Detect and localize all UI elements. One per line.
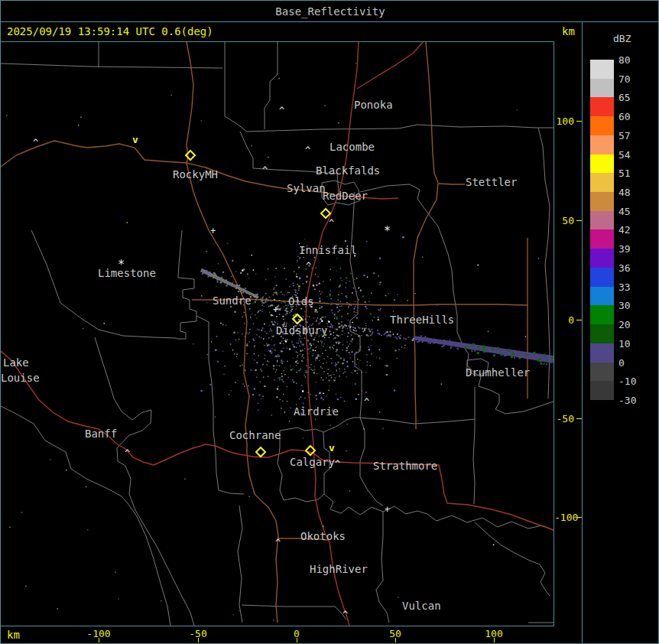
clutter-dot <box>274 324 274 325</box>
clutter-dot <box>316 285 317 286</box>
clutter-dot <box>286 323 287 324</box>
clutter-dot <box>277 361 278 362</box>
clutter-dot <box>352 361 353 362</box>
echo-streak-northwest-speckle <box>202 273 203 275</box>
city-label: RockyMH <box>173 168 218 181</box>
city-label: HighRiver <box>310 563 368 575</box>
clutter-dot <box>308 345 309 346</box>
clutter-dot <box>342 330 343 332</box>
clutter-dot <box>266 301 267 301</box>
clutter-dot <box>291 369 291 370</box>
clutter-dot <box>331 363 332 363</box>
clutter-dot <box>287 386 287 387</box>
radar-map[interactable]: PonokaLacombeBlackfaldsSylvanRedDeerStet… <box>1 42 553 626</box>
echo-streak-east-speckle <box>475 345 476 346</box>
clutter-dot <box>296 343 297 343</box>
clutter-dot <box>273 294 274 295</box>
clutter-dot <box>80 116 82 118</box>
clutter-dot <box>238 333 239 333</box>
clutter-dot <box>320 294 321 294</box>
echo-streak-east-speckle <box>511 352 514 354</box>
clutter-dot <box>388 293 389 294</box>
clutter-dot <box>330 375 331 376</box>
clutter-dot <box>348 307 349 307</box>
clutter-dot <box>323 399 323 400</box>
title-bar: Base_Reflectivity <box>1 1 659 21</box>
clutter-dot <box>367 365 368 366</box>
clutter-dot <box>253 269 254 270</box>
echo-streak-east-speckle <box>443 345 445 346</box>
clutter-dot <box>285 314 286 315</box>
bottom-axis-unit: km <box>7 629 20 641</box>
clutter-dot <box>344 369 345 369</box>
clutter-dot <box>293 358 294 359</box>
clutter-dot <box>271 330 272 331</box>
clutter-dot <box>285 340 287 342</box>
clutter-dot <box>287 292 288 293</box>
echo-streak-east-speckle <box>449 340 450 342</box>
clutter-dot <box>278 78 280 80</box>
clutter-dot <box>243 268 245 270</box>
right-axis-tick-mark <box>576 320 582 320</box>
clutter-dot <box>253 324 254 324</box>
clutter-dot <box>404 347 404 348</box>
clutter-dot <box>57 608 58 610</box>
clutter-dot <box>330 291 331 291</box>
clutter-dot <box>313 366 314 367</box>
echo-streak-northwest-speckle <box>286 311 287 312</box>
clutter-dot <box>252 314 252 314</box>
clutter-dot <box>296 346 297 347</box>
clutter-dot <box>320 366 321 367</box>
clutter-dot <box>252 394 254 395</box>
clutter-dot <box>229 394 229 395</box>
clutter-dot <box>246 353 247 354</box>
clutter-dot <box>232 614 234 616</box>
legend-title: dBZ <box>613 33 631 44</box>
clutter-dot <box>230 343 231 344</box>
clutter-dot <box>312 355 313 356</box>
clutter-dot <box>336 307 338 308</box>
clutter-dot <box>262 327 263 328</box>
echo-streak-east-speckle <box>364 328 365 330</box>
clutter-dot <box>271 321 273 323</box>
clutter-dot <box>265 358 265 359</box>
clutter-dot <box>323 525 324 527</box>
clutter-dot <box>315 274 316 275</box>
echo-streak-east-speckle <box>543 354 545 356</box>
clutter-dot <box>235 340 236 340</box>
clutter-dot <box>323 346 323 346</box>
echo-streak-east-speckle <box>469 346 471 348</box>
clutter-dot <box>342 334 342 335</box>
clutter-dot <box>342 350 342 350</box>
echo-streak-northwest-speckle <box>255 299 257 301</box>
clutter-dot <box>404 345 405 346</box>
clutter-dot <box>309 316 310 317</box>
clutter-dot <box>297 360 297 361</box>
clutter-dot <box>247 343 248 344</box>
clutter-dot <box>248 496 250 497</box>
clutter-dot <box>338 355 339 356</box>
city-label: Banff <box>85 428 117 440</box>
clutter-dot <box>217 361 219 363</box>
clutter-dot <box>327 356 328 357</box>
clutter-dot <box>291 309 292 310</box>
clutter-dot <box>316 346 317 347</box>
clutter-dot <box>325 317 326 317</box>
echo-streak-east-speckle <box>372 333 373 334</box>
clutter-dot <box>301 344 302 345</box>
clutter-dot <box>334 318 335 319</box>
map-area[interactable]: PonokaLacombeBlackfaldsSylvanRedDeerStet… <box>1 42 553 626</box>
legend-value-label: 45 <box>618 206 631 217</box>
clutter-dot <box>329 375 330 376</box>
asterisk-marker-icon: * <box>118 258 125 272</box>
clutter-dot <box>334 314 336 315</box>
clutter-dot <box>340 278 341 278</box>
clutter-dot <box>319 360 320 361</box>
clutter-dot <box>321 342 322 343</box>
clutter-dot <box>354 311 355 312</box>
city-label: Drumheller <box>466 366 530 379</box>
echo-streak-northwest-speckle <box>232 283 233 285</box>
echo-streak-east-speckle <box>424 336 426 337</box>
clutter-dot <box>236 356 237 357</box>
clutter-dot <box>393 311 394 311</box>
